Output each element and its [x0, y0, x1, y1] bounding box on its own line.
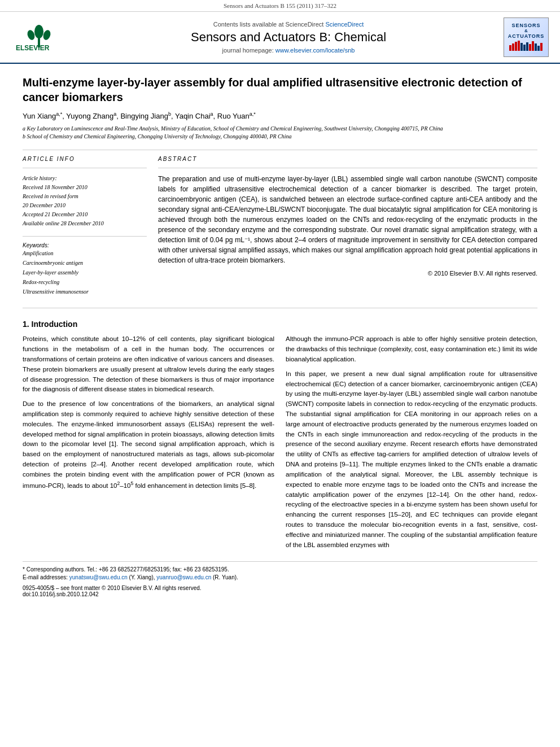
divider-info [23, 168, 147, 168]
svg-rect-6 [512, 43, 514, 51]
revised-date: 20 December 2010 [23, 201, 147, 210]
divider-1 [23, 150, 537, 150]
keywords-list: Amplification Carcinoembryonic antigen L… [23, 248, 147, 296]
article-title: Multi-enzyme layer-by-layer assembly for… [23, 75, 537, 104]
article-info-label: Article Info [23, 156, 147, 162]
body-col-right: Although the immuno-PCR approach is able… [286, 334, 537, 550]
keyword-2: Carcinoembryonic antigen [23, 258, 147, 268]
sciencedirect-link: Contents lists available at ScienceDirec… [79, 21, 498, 28]
intro-p1: Proteins, which constitute about 10–12% … [23, 334, 274, 395]
abstract-label: Abstract [158, 156, 537, 162]
divider-abstract [158, 168, 537, 168]
affiliations: a Key Laboratory on Luminescence and Rea… [23, 125, 537, 141]
footnote-email: E-mail addresses: yunatswu@swu.edu.cn (Y… [23, 574, 537, 580]
svg-rect-8 [518, 41, 520, 51]
history-label: Article history: [23, 174, 147, 183]
body-col-left: Proteins, which constitute about 10–12% … [23, 334, 274, 550]
svg-rect-7 [515, 42, 517, 51]
journal-homepage: journal homepage: www.elsevier.com/locat… [79, 47, 498, 54]
footer-bottom: 0925-4005/$ – see front matter © 2010 El… [23, 585, 537, 597]
article-info-abstract: Article Info Article history: Received 1… [23, 156, 537, 296]
issn-line: 0925-4005/$ – see front matter © 2010 El… [23, 585, 537, 591]
keyword-5: Ultrasensitive immunosensor [23, 287, 147, 296]
article-history: Article history: Received 18 November 20… [23, 174, 147, 228]
footer-notes: * Corresponding authors. Tel.: +86 23 68… [23, 561, 537, 597]
svg-rect-5 [509, 45, 511, 51]
journal-header: ELSEVIER Contents lists available at Sci… [0, 12, 560, 64]
intro-col2-p1: Although the immuno-PCR approach is able… [286, 334, 537, 364]
email1-link[interactable]: yunatswu@swu.edu.cn [69, 574, 128, 580]
journal-title: Sensors and Actuators B: Chemical [79, 30, 498, 45]
authors: Yun Xianga,*, Yuyong Zhanga, Bingying Ji… [23, 111, 537, 120]
doi-line: doi:10.1016/j.snb.2010.12.042 [23, 591, 537, 597]
intro-p2: Due to the presence of low concentration… [23, 399, 274, 491]
divider-keywords [23, 236, 147, 237]
keyword-1: Amplification [23, 248, 147, 258]
copyright: © 2010 Elsevier B.V. All rights reserved… [158, 269, 537, 278]
svg-point-1 [34, 25, 43, 38]
affiliation-b: b School of Chemistry and Chemical Engin… [23, 133, 537, 141]
abstract-text: The preparation and use of multi-enzyme … [158, 174, 537, 278]
received-revised: Received in revised form [23, 192, 147, 201]
svg-rect-12 [529, 44, 531, 51]
elsevier-logo: ELSEVIER [11, 19, 68, 55]
accepted: Accepted 21 December 2010 [23, 210, 147, 219]
svg-rect-16 [540, 43, 542, 51]
keywords-label: Keywords: [23, 242, 147, 248]
journal-url[interactable]: www.elsevier.com/locate/snb [275, 47, 355, 54]
sciencedirect-anchor[interactable]: ScienceDirect [325, 21, 364, 28]
body-columns: Proteins, which constitute about 10–12% … [23, 334, 537, 550]
email2-link[interactable]: yuanruo@swu.edu.cn [156, 574, 211, 580]
keywords-section: Keywords: Amplification Carcinoembryonic… [23, 236, 147, 296]
svg-rect-15 [537, 46, 540, 51]
top-bar: Sensors and Actuators B 155 (2011) 317–3… [0, 0, 560, 12]
affiliation-a: a Key Laboratory on Luminescence and Rea… [23, 125, 537, 133]
svg-rect-13 [532, 41, 534, 51]
keyword-3: Layer-by-layer assembly [23, 268, 147, 277]
article-info-col: Article Info Article history: Received 1… [23, 156, 147, 296]
svg-rect-10 [523, 45, 526, 51]
abstract-col: Abstract The preparation and use of mult… [158, 156, 537, 296]
received: Received 18 November 2010 [23, 183, 147, 192]
main-content: Multi-enzyme layer-by-layer assembly for… [0, 64, 560, 609]
keyword-4: Redox-recycling [23, 277, 147, 287]
svg-rect-11 [526, 42, 528, 51]
journal-citation: Sensors and Actuators B 155 (2011) 317–3… [224, 2, 336, 9]
sensors-logo-box: SENSORS & ACTUATORS [504, 18, 549, 57]
available: Available online 28 December 2010 [23, 219, 147, 228]
svg-rect-14 [535, 43, 537, 51]
footnote-asterisk: * Corresponding authors. Tel.: +86 23 68… [23, 566, 537, 573]
introduction-title: 1. Introduction [23, 320, 537, 329]
svg-text:ELSEVIER: ELSEVIER [16, 44, 50, 52]
svg-rect-9 [520, 43, 523, 51]
intro-col2-p2: In this paper, we present a new dual sig… [286, 369, 537, 551]
divider-body [23, 308, 537, 308]
journal-info: Contents lists available at ScienceDirec… [79, 21, 498, 54]
abstract-body: The preparation and use of multi-enzyme … [158, 175, 537, 264]
